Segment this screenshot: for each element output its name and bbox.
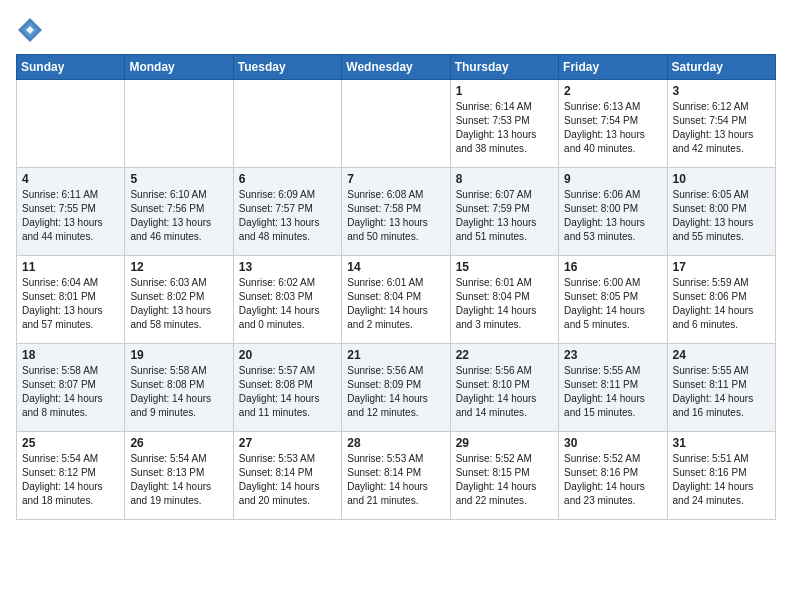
day-number: 14 [347, 260, 444, 274]
cell-line-3: and 38 minutes. [456, 142, 553, 156]
cell-line-2: Daylight: 14 hours [22, 480, 119, 494]
day-number: 29 [456, 436, 553, 450]
calendar-week-4: 18Sunrise: 5:58 AMSunset: 8:07 PMDayligh… [17, 344, 776, 432]
calendar-cell-13: 13Sunrise: 6:02 AMSunset: 8:03 PMDayligh… [233, 256, 341, 344]
cell-line-3: and 23 minutes. [564, 494, 661, 508]
cell-line-1: Sunset: 8:04 PM [347, 290, 444, 304]
cell-line-1: Sunset: 8:02 PM [130, 290, 227, 304]
cell-line-0: Sunrise: 6:11 AM [22, 188, 119, 202]
day-number: 11 [22, 260, 119, 274]
calendar-cell-28: 28Sunrise: 5:53 AMSunset: 8:14 PMDayligh… [342, 432, 450, 520]
cell-line-2: Daylight: 14 hours [456, 480, 553, 494]
cell-line-1: Sunset: 8:16 PM [564, 466, 661, 480]
cell-line-2: Daylight: 14 hours [239, 392, 336, 406]
calendar-cell-5: 5Sunrise: 6:10 AMSunset: 7:56 PMDaylight… [125, 168, 233, 256]
day-number: 23 [564, 348, 661, 362]
cell-line-1: Sunset: 8:00 PM [673, 202, 770, 216]
cell-line-2: Daylight: 14 hours [564, 392, 661, 406]
cell-line-0: Sunrise: 5:53 AM [239, 452, 336, 466]
calendar-cell-15: 15Sunrise: 6:01 AMSunset: 8:04 PMDayligh… [450, 256, 558, 344]
cell-line-0: Sunrise: 5:55 AM [564, 364, 661, 378]
calendar-cell-20: 20Sunrise: 5:57 AMSunset: 8:08 PMDayligh… [233, 344, 341, 432]
calendar-cell-23: 23Sunrise: 5:55 AMSunset: 8:11 PMDayligh… [559, 344, 667, 432]
calendar-header-tuesday: Tuesday [233, 55, 341, 80]
cell-line-1: Sunset: 8:06 PM [673, 290, 770, 304]
calendar-cell-3: 3Sunrise: 6:12 AMSunset: 7:54 PMDaylight… [667, 80, 775, 168]
cell-line-2: Daylight: 14 hours [130, 480, 227, 494]
calendar-cell-empty-1 [125, 80, 233, 168]
day-number: 7 [347, 172, 444, 186]
calendar-cell-empty-3 [342, 80, 450, 168]
cell-line-3: and 12 minutes. [347, 406, 444, 420]
cell-line-3: and 3 minutes. [456, 318, 553, 332]
cell-line-0: Sunrise: 5:59 AM [673, 276, 770, 290]
cell-line-1: Sunset: 8:09 PM [347, 378, 444, 392]
calendar-cell-17: 17Sunrise: 5:59 AMSunset: 8:06 PMDayligh… [667, 256, 775, 344]
cell-line-2: Daylight: 14 hours [564, 480, 661, 494]
calendar-cell-empty-2 [233, 80, 341, 168]
calendar-cell-14: 14Sunrise: 6:01 AMSunset: 8:04 PMDayligh… [342, 256, 450, 344]
cell-line-3: and 53 minutes. [564, 230, 661, 244]
cell-line-1: Sunset: 8:00 PM [564, 202, 661, 216]
cell-line-1: Sunset: 8:07 PM [22, 378, 119, 392]
calendar-cell-4: 4Sunrise: 6:11 AMSunset: 7:55 PMDaylight… [17, 168, 125, 256]
cell-line-3: and 14 minutes. [456, 406, 553, 420]
cell-line-2: Daylight: 13 hours [456, 128, 553, 142]
day-number: 8 [456, 172, 553, 186]
cell-line-0: Sunrise: 6:01 AM [347, 276, 444, 290]
day-number: 4 [22, 172, 119, 186]
day-number: 28 [347, 436, 444, 450]
cell-line-1: Sunset: 7:56 PM [130, 202, 227, 216]
cell-line-1: Sunset: 8:04 PM [456, 290, 553, 304]
day-number: 13 [239, 260, 336, 274]
calendar-week-1: 1Sunrise: 6:14 AMSunset: 7:53 PMDaylight… [17, 80, 776, 168]
day-number: 1 [456, 84, 553, 98]
cell-line-0: Sunrise: 6:14 AM [456, 100, 553, 114]
cell-line-0: Sunrise: 5:57 AM [239, 364, 336, 378]
cell-line-0: Sunrise: 5:54 AM [130, 452, 227, 466]
cell-line-3: and 46 minutes. [130, 230, 227, 244]
cell-line-1: Sunset: 8:16 PM [673, 466, 770, 480]
cell-line-3: and 20 minutes. [239, 494, 336, 508]
day-number: 9 [564, 172, 661, 186]
cell-line-2: Daylight: 14 hours [347, 392, 444, 406]
cell-line-3: and 24 minutes. [673, 494, 770, 508]
cell-line-0: Sunrise: 6:02 AM [239, 276, 336, 290]
calendar-cell-29: 29Sunrise: 5:52 AMSunset: 8:15 PMDayligh… [450, 432, 558, 520]
cell-line-1: Sunset: 8:12 PM [22, 466, 119, 480]
calendar-cell-2: 2Sunrise: 6:13 AMSunset: 7:54 PMDaylight… [559, 80, 667, 168]
cell-line-0: Sunrise: 6:01 AM [456, 276, 553, 290]
cell-line-2: Daylight: 13 hours [456, 216, 553, 230]
calendar-header-friday: Friday [559, 55, 667, 80]
cell-line-3: and 48 minutes. [239, 230, 336, 244]
calendar-cell-26: 26Sunrise: 5:54 AMSunset: 8:13 PMDayligh… [125, 432, 233, 520]
cell-line-0: Sunrise: 6:09 AM [239, 188, 336, 202]
calendar-cell-19: 19Sunrise: 5:58 AMSunset: 8:08 PMDayligh… [125, 344, 233, 432]
cell-line-2: Daylight: 14 hours [673, 392, 770, 406]
day-number: 26 [130, 436, 227, 450]
cell-line-1: Sunset: 7:58 PM [347, 202, 444, 216]
cell-line-0: Sunrise: 5:58 AM [22, 364, 119, 378]
calendar-header-saturday: Saturday [667, 55, 775, 80]
cell-line-0: Sunrise: 5:56 AM [347, 364, 444, 378]
cell-line-3: and 0 minutes. [239, 318, 336, 332]
calendar-cell-25: 25Sunrise: 5:54 AMSunset: 8:12 PMDayligh… [17, 432, 125, 520]
day-number: 10 [673, 172, 770, 186]
cell-line-1: Sunset: 7:53 PM [456, 114, 553, 128]
day-number: 17 [673, 260, 770, 274]
cell-line-0: Sunrise: 6:07 AM [456, 188, 553, 202]
calendar-cell-21: 21Sunrise: 5:56 AMSunset: 8:09 PMDayligh… [342, 344, 450, 432]
cell-line-0: Sunrise: 6:00 AM [564, 276, 661, 290]
cell-line-3: and 15 minutes. [564, 406, 661, 420]
day-number: 6 [239, 172, 336, 186]
day-number: 19 [130, 348, 227, 362]
cell-line-2: Daylight: 14 hours [673, 480, 770, 494]
cell-line-3: and 6 minutes. [673, 318, 770, 332]
cell-line-1: Sunset: 8:01 PM [22, 290, 119, 304]
cell-line-3: and 2 minutes. [347, 318, 444, 332]
calendar-week-3: 11Sunrise: 6:04 AMSunset: 8:01 PMDayligh… [17, 256, 776, 344]
calendar-cell-6: 6Sunrise: 6:09 AMSunset: 7:57 PMDaylight… [233, 168, 341, 256]
logo-icon [16, 16, 44, 44]
day-number: 31 [673, 436, 770, 450]
cell-line-1: Sunset: 8:08 PM [130, 378, 227, 392]
